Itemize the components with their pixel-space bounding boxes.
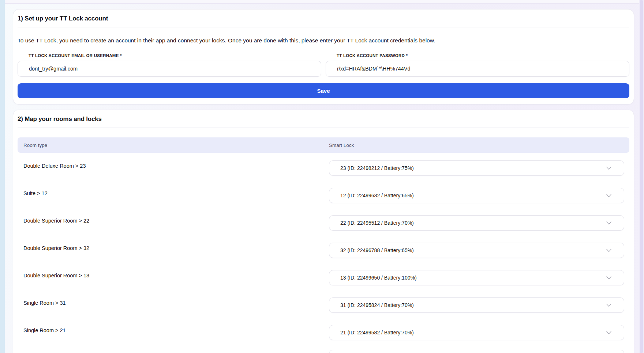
chevron-down-icon xyxy=(606,194,611,197)
smart-lock-select[interactable]: 12 (ID: 22499632 / Battery:65%) xyxy=(329,188,624,203)
password-label: TT LOCK ACCOUNT PASSWORD * xyxy=(337,53,629,58)
left-edge-strip xyxy=(0,0,5,353)
table-row: Double Superior Room > 22 22 (ID: 224955… xyxy=(18,209,629,236)
room-label-spacer xyxy=(18,350,329,353)
smart-lock-select[interactable]: 31 (ID: 22495824 / Battery:70%) xyxy=(329,297,624,313)
column-header-smart-lock: Smart Lock xyxy=(329,143,629,148)
smart-lock-select-value: 12 (ID: 22499632 / Battery:65%) xyxy=(340,193,414,198)
mapping-table-header: Room type Smart Lock xyxy=(18,137,629,153)
password-field-group: TT LOCK ACCOUNT PASSWORD * xyxy=(326,53,629,77)
smart-lock-select[interactable]: 32 (ID: 22496788 / Battery:65%) xyxy=(329,243,624,258)
smart-lock-select-value: 31 (ID: 22495824 / Battery:70%) xyxy=(340,302,414,308)
mapping-row-partial xyxy=(18,350,629,353)
chevron-down-icon xyxy=(606,221,611,225)
room-type-label: Double Superior Room > 32 xyxy=(18,245,329,251)
credentials-fields: TT LOCK ACCOUNT EMAIL OR USERNAME * TT L… xyxy=(18,53,629,77)
smart-lock-select[interactable]: 13 (ID: 22499650 / Battery:100%) xyxy=(329,270,624,285)
page-content: 1) Set up your TT Lock account To use TT… xyxy=(13,9,634,353)
setup-card-body: To use TT Lock, you need to create an ac… xyxy=(13,27,634,104)
room-type-label: Double Superior Room > 22 xyxy=(18,218,329,224)
chevron-down-icon xyxy=(606,276,611,280)
smart-lock-select[interactable]: 21 (ID: 22499582 / Battery:70%) xyxy=(329,325,624,340)
table-row: Double Superior Room > 32 32 (ID: 224967… xyxy=(18,236,629,264)
smart-lock-select-value: 13 (ID: 22499650 / Battery:100%) xyxy=(340,275,417,281)
smart-lock-select-value: 21 (ID: 22499582 / Battery:70%) xyxy=(340,330,414,335)
password-input[interactable] xyxy=(326,61,629,77)
smart-lock-select-value: 32 (ID: 22496788 / Battery:65%) xyxy=(340,247,414,253)
room-type-label: Double Deluxe Room > 23 xyxy=(18,163,329,169)
table-row: Double Deluxe Room > 23 23 (ID: 22498212… xyxy=(18,154,629,182)
setup-card-header: 1) Set up your TT Lock account xyxy=(13,10,634,27)
room-type-label: Double Superior Room > 13 xyxy=(18,273,329,278)
column-header-room-type: Room type xyxy=(18,143,329,148)
chevron-down-icon xyxy=(606,331,611,334)
top-edge-strip xyxy=(5,0,644,4)
email-label: TT LOCK ACCOUNT EMAIL OR USERNAME * xyxy=(29,53,321,58)
lock-select-partial[interactable] xyxy=(329,350,624,353)
chevron-down-icon xyxy=(606,249,611,252)
smart-lock-select[interactable]: 23 (ID: 22498212 / Battery:75%) xyxy=(329,160,624,176)
table-row: Suite > 12 12 (ID: 22499632 / Battery:65… xyxy=(18,182,629,209)
table-row: Double Superior Room > 13 13 (ID: 224996… xyxy=(18,264,629,291)
smart-lock-select[interactable]: 22 (ID: 22495512 / Battery:70%) xyxy=(329,215,624,231)
setup-description: To use TT Lock, you need to create an ac… xyxy=(18,37,629,44)
room-type-label: Single Room > 21 xyxy=(18,327,329,333)
room-lock-mapping-card: 2) Map your rooms and locks Room type Sm… xyxy=(13,110,634,353)
table-row: Single Room > 31 31 (ID: 22495824 / Batt… xyxy=(18,291,629,319)
table-row: Single Room > 21 21 (ID: 22499582 / Batt… xyxy=(18,319,629,346)
email-field-group: TT LOCK ACCOUNT EMAIL OR USERNAME * xyxy=(18,53,321,77)
smart-lock-select-value: 23 (ID: 22498212 / Battery:75%) xyxy=(340,165,414,171)
scrollbar-thumb[interactable] xyxy=(640,0,643,353)
mapping-card-header: 2) Map your rooms and locks xyxy=(13,110,634,128)
smart-lock-select-value: 22 (ID: 22495512 / Battery:70%) xyxy=(340,220,414,226)
room-type-label: Suite > 12 xyxy=(18,190,329,196)
tt-lock-setup-card: 1) Set up your TT Lock account To use TT… xyxy=(13,9,634,105)
mapping-section-title: 2) Map your rooms and locks xyxy=(18,115,102,122)
save-button[interactable]: Save xyxy=(18,83,629,98)
chevron-down-icon xyxy=(606,304,611,307)
setup-section-title: 1) Set up your TT Lock account xyxy=(18,15,108,22)
room-type-label: Single Room > 31 xyxy=(18,300,329,306)
chevron-down-icon xyxy=(606,167,611,170)
email-input[interactable] xyxy=(18,61,321,77)
mapping-card-body: Room type Smart Lock Double Deluxe Room … xyxy=(13,128,634,353)
mapping-rows: Double Deluxe Room > 23 23 (ID: 22498212… xyxy=(18,154,629,346)
